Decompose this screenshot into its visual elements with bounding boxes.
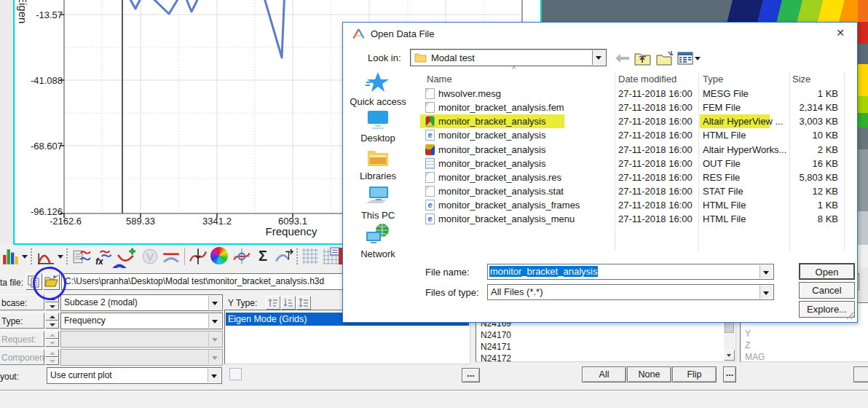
- x-type-stepper[interactable]: [45, 313, 59, 329]
- x-tick-2: 589.33: [115, 216, 166, 227]
- file-name-dropdown-arrow[interactable]: [760, 265, 773, 278]
- column-header-date-modified[interactable]: Date modified: [618, 74, 676, 85]
- column-header-size[interactable]: Size: [792, 74, 810, 85]
- sidebar-item-label: Desktop: [349, 133, 407, 144]
- file-type: RES File: [703, 172, 740, 183]
- sort-ascending-button[interactable]: [266, 296, 280, 310]
- define-curves-icon[interactable]: [72, 247, 91, 266]
- view-menu-button[interactable]: [677, 51, 702, 66]
- subcase-dropdown-arrow[interactable]: [208, 296, 221, 310]
- layout-dropdown-arrow[interactable]: [208, 369, 221, 382]
- select-all-button[interactable]: All: [582, 366, 626, 382]
- file-row[interactable]: hwsolver.mesg 27-11-2018 16:00 MESG File…: [419, 87, 844, 101]
- app-window: -13.57 -41.088 -68.607 -96.126 -2162.6 5…: [0, 0, 868, 408]
- file-type-icon: [425, 130, 435, 141]
- altair-logo-icon: [352, 28, 365, 39]
- list-item[interactable]: N24172: [481, 353, 511, 364]
- file-size: 10 KB: [740, 130, 838, 141]
- curve-style-caret-icon[interactable]: [58, 255, 63, 259]
- list-item[interactable]: N24171: [481, 342, 511, 352]
- x-type-value: Frequency: [64, 315, 106, 326]
- sort-unsorted-button[interactable]: [296, 296, 311, 310]
- scrollbar-thumb[interactable]: [725, 321, 734, 333]
- file-row[interactable]: monitor_bracket_analysis 27-11-2018 16:0…: [419, 144, 844, 157]
- plot-type-icon[interactable]: [1, 247, 20, 266]
- sidebar-item-this-pc[interactable]: This PC: [349, 184, 407, 221]
- column-header-type[interactable]: Type: [703, 74, 723, 85]
- file-name: monitor_bracket_analysis: [438, 116, 545, 127]
- color-wheel-icon[interactable]: [210, 247, 228, 264]
- files-of-type-combobox[interactable]: All Files (*.*): [487, 284, 774, 300]
- sidebar-item-label: Quick access: [349, 96, 407, 107]
- file-row-highlighted[interactable]: monitor_bracket_analysis 27-11-2018 16:0…: [419, 115, 844, 129]
- sidebar-item-desktop[interactable]: Desktop: [349, 109, 407, 144]
- file-row[interactable]: monitor_bracket_analysis 27-11-2018 16:0…: [419, 129, 844, 143]
- file-row[interactable]: monitor_bracket_analysis_frames 27-11-20…: [419, 199, 844, 213]
- plot-type-caret-icon[interactable]: [22, 255, 28, 259]
- flatten-curve-icon[interactable]: [162, 247, 181, 266]
- up-one-level-button[interactable]: [634, 51, 652, 66]
- x-type-label-text: Type:: [1, 316, 23, 326]
- file-row[interactable]: monitor_bracket_analysis.fem 27-11-2018 …: [419, 101, 844, 115]
- file-date: 27-11-2018 16:00: [618, 172, 693, 183]
- grid-icon[interactable]: [301, 247, 320, 266]
- sidebar-item-libraries[interactable]: Libraries: [349, 146, 407, 181]
- plot-left-gutter: [0, 0, 13, 244]
- sidebar-item-network[interactable]: Network: [349, 223, 407, 259]
- sum-sigma-icon[interactable]: Σ: [253, 247, 272, 266]
- list-item[interactable]: N24170: [481, 330, 511, 340]
- sort-descending-button[interactable]: [281, 296, 296, 310]
- open-button[interactable]: Open: [799, 263, 855, 280]
- subcase-value: Subcase 2 (modal): [64, 297, 138, 307]
- y-tick-2: -41.088: [13, 75, 63, 86]
- scrollbar-down-button[interactable]: [724, 350, 735, 361]
- file-type-icon: [425, 172, 435, 183]
- y-type-label: Y Type:: [228, 298, 257, 308]
- file-date: 27-11-2018 16:00: [618, 200, 693, 211]
- cancel-button[interactable]: Cancel: [799, 282, 855, 299]
- axis-shift-icon[interactable]: [189, 247, 208, 266]
- new-folder-button[interactable]: [656, 51, 674, 66]
- file-date: 27-11-2018 16:00: [618, 130, 693, 141]
- file-row[interactable]: monitor_bracket_analysis.res 27-11-2018 …: [419, 171, 844, 185]
- x-component-dropdown: [60, 349, 223, 366]
- file-name-value-selected: monitor_bracket_analysis: [489, 266, 598, 277]
- file-row[interactable]: monitor_bracket_analysis 27-11-2018 16:0…: [419, 157, 844, 171]
- y-axis-title: Eigen: [17, 0, 29, 23]
- file-row[interactable]: monitor_bracket_analysis.stat 27-11-2018…: [419, 185, 844, 199]
- x-request-dropdown: [60, 331, 223, 348]
- resize-grip[interactable]: [845, 310, 855, 320]
- subcase-dropdown[interactable]: Subcase 2 (modal): [60, 294, 223, 311]
- file-type-icon: [425, 158, 435, 169]
- file-type: OUT File: [703, 158, 741, 169]
- sort-caret-icon[interactable]: ^: [512, 65, 516, 74]
- file-date: 27-11-2018 16:00: [618, 158, 693, 169]
- coordinate-info-icon[interactable]: [232, 247, 251, 266]
- view-menu-caret-icon[interactable]: [695, 57, 701, 60]
- grid-window-icon[interactable]: [321, 247, 340, 266]
- x-tick-3: 3341.2: [192, 216, 242, 227]
- x-type-dropdown[interactable]: Frequency: [60, 313, 223, 329]
- look-in-combobox[interactable]: Modal test: [410, 49, 607, 66]
- files-of-type-dropdown-arrow[interactable]: [760, 286, 773, 299]
- file-type: FEM File: [703, 102, 741, 113]
- file-row[interactable]: monitor_bracket_analysis_menu 27-11-2018…: [419, 213, 844, 227]
- layout-value: Use current plot: [50, 370, 112, 380]
- x-type-dropdown-arrow[interactable]: [208, 314, 221, 328]
- look-in-dropdown-arrow[interactable]: [592, 50, 605, 65]
- contour-sliver-column: [858, 0, 868, 323]
- measure-curve-icon[interactable]: [275, 247, 293, 266]
- column-separator[interactable]: [844, 72, 845, 251]
- partial-button[interactable]: [853, 366, 868, 382]
- more-options-button[interactable]: ...: [723, 366, 736, 382]
- flip-selection-button[interactable]: Flip: [672, 366, 717, 382]
- sidebar-item-quick-access[interactable]: Quick access: [349, 71, 407, 107]
- column-header-name[interactable]: Name: [427, 74, 452, 85]
- file-type-icon: [425, 186, 435, 197]
- close-button[interactable]: ✕: [832, 27, 848, 40]
- layout-dropdown[interactable]: Use current plot: [47, 367, 222, 384]
- more-options-button[interactable]: ...: [462, 368, 480, 382]
- file-name-combobox[interactable]: monitor_bracket_analysis: [487, 264, 774, 280]
- select-none-button[interactable]: None: [627, 366, 671, 382]
- curve-style-icon[interactable]: [36, 247, 55, 266]
